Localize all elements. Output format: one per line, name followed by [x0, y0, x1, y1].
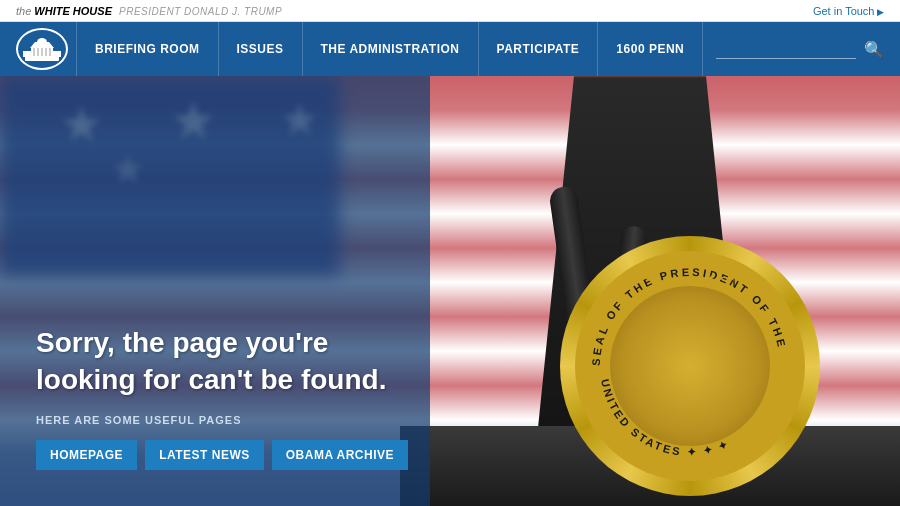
- nav-search-area: 🔍: [716, 40, 884, 59]
- nav-1600-penn[interactable]: 1600 PENN: [598, 22, 703, 76]
- hero-section: ★ ★ ★ ★ SEAL OF THE PRESIDENT OF THE: [0, 76, 900, 506]
- top-bar: the WHITE HOUSE PRESIDENT DONALD J. TRUM…: [0, 0, 900, 22]
- seal-center: [610, 286, 770, 446]
- svg-text:★ ★ ★ ★ ★ ★ ★ ★ ★ ★ ★ ★ ★: ★ ★ ★ ★ ★ ★ ★ ★ ★ ★ ★ ★ ★: [623, 273, 757, 283]
- action-buttons: HOMEPAGE LATEST NEWS OBAMA ARCHIVE: [36, 440, 398, 470]
- nav-participate[interactable]: PARTICIPATE: [479, 22, 599, 76]
- whitehouse-icon: [23, 34, 61, 64]
- useful-pages-label: HERE ARE SOME USEFUL PAGES: [36, 414, 398, 426]
- svg-rect-6: [49, 48, 51, 56]
- svg-rect-11: [53, 51, 61, 57]
- error-title: Sorry, the page you're looking for can't…: [36, 325, 398, 398]
- latest-news-button[interactable]: LATEST NEWS: [145, 440, 264, 470]
- error-overlay: Sorry, the page you're looking for can't…: [0, 76, 430, 506]
- nav-links-container: BRIEFING ROOM ISSUES THE ADMINISTRATION …: [76, 22, 716, 76]
- search-input[interactable]: [716, 40, 856, 59]
- presidential-seal: SEAL OF THE PRESIDENT OF THE UNITED STAT…: [560, 236, 820, 496]
- site-identity: the WHITE HOUSE PRESIDENT DONALD J. TRUM…: [16, 5, 282, 17]
- svg-rect-4: [41, 48, 43, 56]
- nav-briefing-room[interactable]: BRIEFING ROOM: [76, 22, 219, 76]
- nav-the-administration[interactable]: THE ADMINISTRATION: [303, 22, 479, 76]
- homepage-button[interactable]: HOMEPAGE: [36, 440, 137, 470]
- svg-rect-9: [39, 40, 45, 44]
- obama-archive-button[interactable]: OBAMA ARCHIVE: [272, 440, 408, 470]
- president-label: PRESIDENT DONALD J. TRUMP: [119, 6, 282, 17]
- white-label: WHITE HOUSE: [34, 5, 112, 17]
- the-label: the: [16, 5, 34, 17]
- svg-rect-5: [45, 48, 47, 56]
- get-in-touch-link[interactable]: Get in Touch: [813, 5, 884, 17]
- wh-logo[interactable]: [16, 28, 68, 70]
- svg-rect-3: [37, 48, 39, 56]
- svg-rect-10: [23, 51, 31, 57]
- search-icon[interactable]: 🔍: [864, 40, 884, 59]
- svg-rect-2: [33, 48, 35, 56]
- main-nav: BRIEFING ROOM ISSUES THE ADMINISTRATION …: [0, 22, 900, 76]
- nav-issues[interactable]: ISSUES: [219, 22, 303, 76]
